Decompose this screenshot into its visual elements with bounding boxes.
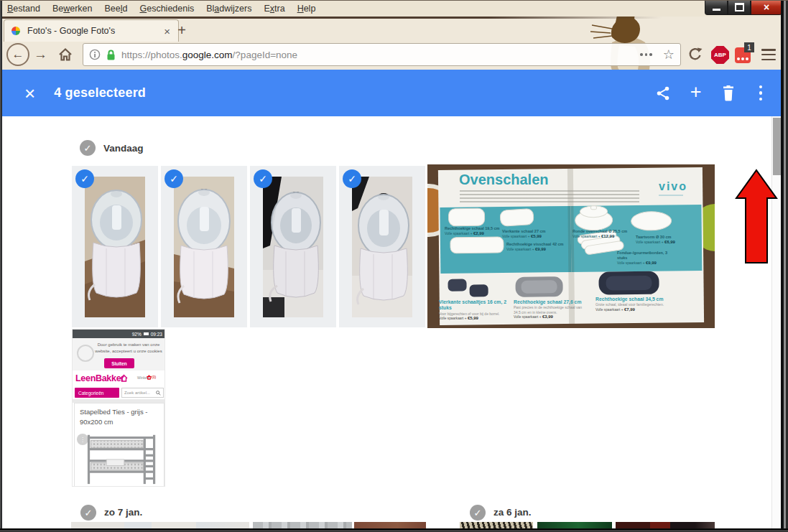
photo-thumbnail-partial[interactable] [616,522,715,528]
photo-thumbnail-partial[interactable] [354,522,426,528]
cookie-banner: Door gebruik te maken van onze website, … [73,338,164,370]
selection-count-label: 4 geselecteerd [54,85,146,101]
search-icon [156,391,161,396]
cart-count: (0) [152,375,156,379]
photo-icecream-maker [174,177,234,317]
adblock-plus-icon[interactable]: ABP [711,46,729,64]
window-border [0,0,2,532]
selected-checkmark-icon[interactable]: ✓ [164,169,183,188]
url-bar[interactable]: https://photos.google.com/?pageId=none ☆ [83,43,681,66]
close-window-button[interactable]: × [751,0,782,15]
menu-hamburger-button[interactable] [761,49,776,60]
clear-selection-button[interactable]: × [24,84,35,103]
selected-checkmark-icon[interactable]: ✓ [343,169,361,188]
section-select-checkmark[interactable]: ✓ [80,505,96,521]
home-button[interactable] [57,47,73,62]
menu-geschiedenis[interactable]: Geschiedenis [139,4,194,14]
catalog-product: Rechthoekige schaal 27,6 cm Past precies… [514,299,587,319]
add-to-button[interactable]: + [690,83,702,102]
maximize-button[interactable] [728,0,751,15]
selected-checkmark-icon[interactable]: ✓ [254,169,272,188]
photo-tile[interactable]: ✓ [72,166,158,327]
menu-bewerken[interactable]: Bewerken [52,4,93,14]
catalog-product: Fondue-/gourmetborden, 3 stuks Volle spa… [617,251,677,266]
navigation-toolbar: ← → https://photos.google.com/?pageId=no… [0,41,788,70]
catalog-product: Taartvorm Ø 30 cm Volle spaarkaart + €6,… [636,235,690,245]
catalog-product: Rechthoekige schaal 34,5 cm Grote schaal… [595,297,672,312]
menu-beeld[interactable]: Beeld [104,4,127,14]
tab-google-photos[interactable]: Foto's - Google Foto's × [4,19,179,42]
tab-bar: Foto's - Google Foto's × + [0,19,788,41]
selected-checkmark-icon[interactable]: ✓ [75,169,94,188]
forward-icon: → [34,47,47,62]
photo-catalog-brochure[interactable]: Ovenschalen vivo Rechthoekige schaal 19,… [427,164,715,328]
battery-icon [144,332,149,335]
cookie-close-button: Sluiten [104,358,134,368]
window-border [0,0,788,1]
back-button[interactable]: ← [6,43,29,66]
delete-button[interactable] [721,85,736,101]
section-header-za-6-jan: za 6 jan. [493,507,532,518]
catalog-product: Ronde ovenschaal Ø 25,5 cm Volle spaarka… [573,229,633,239]
minimize-icon [713,9,720,11]
section-select-checkmark[interactable]: ✓ [470,505,486,521]
photo-tile[interactable]: ✓ [339,166,425,327]
logo-ring-icon [77,345,94,362]
menu-bestand[interactable]: Bestand [7,4,40,14]
catalog-product: Vierkante schaal 27 cm Volle spaarkaart … [502,229,551,239]
photo-thumbnail-partial[interactable] [253,522,352,528]
photo-icecream-maker [85,177,145,317]
scrollbar-thumb[interactable] [773,118,781,175]
https-lock-icon[interactable] [106,49,116,61]
photo-thumbnail-partial[interactable] [460,522,533,528]
catalog-brand-logo: vivo [659,180,687,196]
menu-extra[interactable]: Extra [264,4,284,14]
bookmark-star-icon[interactable]: ☆ [663,48,675,61]
categories-button: Categorieën [75,388,119,398]
photo-tile[interactable]: ✓ [250,166,336,327]
window-border [781,0,788,532]
window-border [0,528,788,532]
close-window-icon: × [764,2,769,12]
google-photos-page: × 4 geselecteerd + ✓ Vandaag [0,70,788,528]
share-button[interactable] [655,85,671,101]
window-controls: × [705,0,782,15]
forward-button[interactable]: → [34,47,47,62]
selection-toolbar: × 4 geselecteerd + [0,70,788,116]
menu-help[interactable]: Help [297,4,316,14]
google-photos-favicon [10,25,22,37]
maximize-icon [735,3,744,11]
photo-icecream-maker [263,177,323,317]
minimize-button[interactable] [705,0,728,15]
section-header-vandaag: Vandaag [103,143,144,154]
catalog-product: Rechthoekige visschaal 42 cm Volle spaar… [506,242,567,252]
search-field: Zoek artikel... [121,388,164,398]
browser-window: Bestand Bewerken Beeld Geschiedenis Blad… [0,0,788,532]
basket-icon [147,375,152,380]
tab-title: Foto's - Google Foto's [27,26,115,36]
new-tab-button[interactable]: + [171,21,193,40]
catalog-intro-text [460,190,639,202]
extension-badge: 1 [744,42,754,52]
back-icon: ← [12,47,24,62]
section-select-checkmark[interactable]: ✓ [80,140,96,156]
photo-leenbakker-screenshot[interactable]: 92%09:23 Door gebruik te maken van onze … [72,329,165,487]
photo-tile[interactable]: ✓ [161,166,247,327]
red-annotation-arrow [729,168,781,266]
product-title: Stapelbed Ties - grijs - 90x200 cm [80,407,159,427]
product-card: Stapelbed Ties - grijs - 90x200 cm ⋮ [74,403,164,487]
leenbakker-logo: LeenBakker [75,373,124,383]
page-info-icon[interactable] [89,49,101,60]
browser-chrome: Bestand Bewerken Beeld Geschiedenis Blad… [0,0,788,70]
photo-thumbnail-partial[interactable] [71,522,249,528]
photo-icecream-maker [352,177,412,317]
url-text[interactable]: https://photos.google.com/?pageId=none [121,50,297,60]
menu-bladwijzers[interactable]: Bladwijzers [206,4,251,14]
more-options-button[interactable] [755,85,767,101]
reload-button[interactable] [687,46,704,63]
house-icon [120,374,128,382]
photo-thumbnail-partial[interactable] [537,522,612,528]
url-overflow-icon[interactable] [640,53,652,56]
menu-bar: Bestand Bewerken Beeld Geschiedenis Blad… [0,0,788,17]
phone-status-bar: 92%09:23 [73,330,164,338]
